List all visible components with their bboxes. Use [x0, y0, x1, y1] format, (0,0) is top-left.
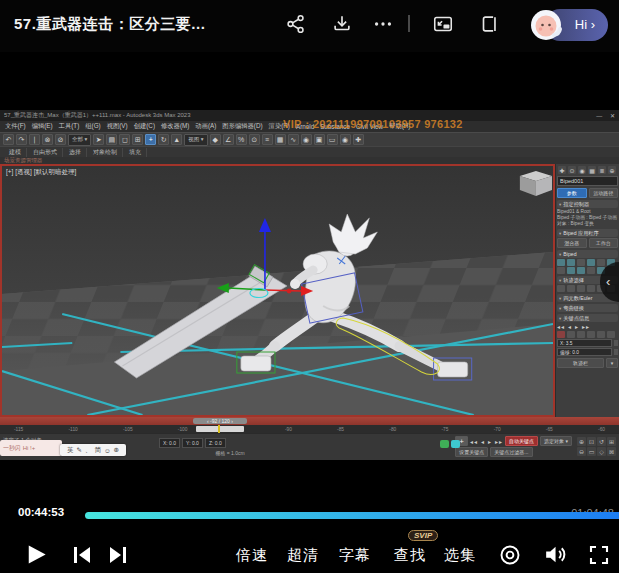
parameters-button[interactable]: 参数 — [557, 188, 587, 198]
toolbar-icon[interactable]: ↷ — [16, 134, 27, 145]
toolbar-icon[interactable]: ◉ — [301, 134, 312, 145]
toolbar-icon[interactable]: ▣ — [314, 134, 325, 145]
ime-icon[interactable]: 简 — [94, 446, 101, 455]
toolbar-icon[interactable]: ◻ — [119, 134, 130, 145]
download-icon[interactable] — [331, 13, 353, 35]
panel-tab-icon[interactable]: ▦ — [588, 166, 596, 174]
volume-icon[interactable] — [542, 542, 567, 571]
ribbon-tab[interactable]: 自由形式 — [28, 148, 63, 157]
max-menu-item[interactable]: 图形编辑器(D) — [222, 122, 262, 131]
fullscreen-icon[interactable] — [587, 543, 611, 571]
ime-icon[interactable]: 英 — [67, 446, 74, 455]
ribbon-tab[interactable]: 建模 — [4, 148, 27, 157]
toolbar-icon[interactable]: ⊞ — [132, 134, 143, 145]
toolbar-icon[interactable]: ◉ — [340, 134, 351, 145]
key-tool-icons[interactable] — [557, 331, 618, 338]
max-menu-item[interactable]: 工具(T) — [59, 122, 80, 131]
time-slider-bar[interactable]: ‹ -92 / 120 › — [0, 417, 619, 425]
auto-key-button[interactable]: 自动关键点 — [505, 436, 538, 446]
nav-icon[interactable]: ◇ — [597, 447, 606, 456]
quality-button[interactable]: 超清 — [287, 546, 319, 565]
panel-tab-icon[interactable]: ≣ — [598, 166, 606, 174]
ribbon-tab[interactable]: 对象绘制 — [88, 148, 123, 157]
motion-path-button[interactable]: 运动路径 — [589, 188, 619, 198]
toolbar-icon[interactable]: ≡ — [262, 134, 273, 145]
nav-icon[interactable]: ⊖ — [577, 447, 586, 456]
toolbar-icon[interactable]: + — [145, 134, 156, 145]
key-nav-arrow[interactable]: ▸ — [575, 323, 579, 330]
panel-tab-icon[interactable]: ⊕ — [608, 166, 616, 174]
playback-button[interactable]: ▸▸ — [495, 438, 503, 445]
record-icon[interactable] — [498, 543, 522, 571]
next-episode-button[interactable] — [106, 543, 130, 571]
playback-speed-button[interactable]: 倍速 — [236, 546, 268, 565]
toolbar-icon[interactable]: ⊘ — [55, 134, 66, 145]
max-menu-item[interactable]: 文件(F) — [5, 122, 26, 131]
rollout-biped-apps[interactable]: Biped 应用程序 — [557, 229, 618, 237]
key-info-field[interactable]: 偏移: 0.0 — [557, 348, 618, 356]
toolbar-icon[interactable]: ∿ — [288, 134, 299, 145]
play-button[interactable] — [22, 541, 49, 572]
toolbar-icon[interactable]: ➤ — [93, 134, 104, 145]
rollout-key-info[interactable]: 关键点信息 — [557, 314, 618, 322]
rollout-bend-links[interactable]: 弯曲链接 — [557, 304, 618, 312]
biped-app-button[interactable]: 工作台 — [589, 238, 619, 248]
playback-button[interactable]: ▸ — [488, 438, 492, 445]
panel-tab-icon[interactable]: ✚ — [558, 166, 566, 174]
minimize-icon[interactable]: — — [596, 113, 602, 119]
key-nav-arrow[interactable]: ▸▸ — [582, 323, 590, 330]
nav-icon[interactable]: ⊞ — [607, 437, 616, 446]
selection-set-dropdown[interactable]: 选定对象 ▾ — [540, 436, 572, 446]
key-filters-button[interactable]: 关键点过滤器... — [490, 447, 532, 457]
panel-tab-icon[interactable]: ◉ — [578, 166, 586, 174]
max-menu-item[interactable]: 编辑(E) — [32, 122, 53, 131]
coordinate-field[interactable]: Z: 0.0 — [205, 438, 226, 448]
account-avatar-pill[interactable]: Hi › — [528, 7, 608, 43]
progress-bar[interactable] — [85, 512, 619, 519]
toolbar-icon[interactable]: ◆ — [210, 134, 221, 145]
toolbar-icon[interactable]: ▦ — [275, 134, 286, 145]
object-name-field[interactable]: Biped001 — [557, 176, 618, 186]
nav-icon[interactable]: ⊠ — [607, 447, 616, 456]
rollout-biped[interactable]: Biped — [557, 250, 618, 258]
toolbar-icon[interactable]: ▲ — [171, 134, 182, 145]
biped-app-button[interactable]: 混合器 — [557, 238, 587, 248]
ribbon-tab[interactable]: 填充 — [124, 148, 147, 157]
nav-icon[interactable]: ▭ — [587, 447, 596, 456]
set-key-button[interactable]: 设置关键点 — [455, 447, 488, 457]
key-dropdown[interactable]: ▾ — [606, 358, 618, 368]
key-info-field[interactable]: X: 3.5 — [557, 339, 618, 347]
playback-button[interactable]: ◂ — [481, 438, 485, 445]
toolbar-icon[interactable]: ∠ — [223, 134, 234, 145]
max-menu-item[interactable]: 创建(C) — [134, 122, 155, 131]
toolbar-icon[interactable]: ⊙ — [249, 134, 260, 145]
panel-tab-icon[interactable]: ⊙ — [568, 166, 576, 174]
selection-filter-dropdown[interactable]: 全部 ▾ — [68, 134, 91, 146]
max-menu-item[interactable]: 动画(A) — [195, 122, 216, 131]
coordinate-field[interactable]: Y: 0.0 — [182, 438, 203, 448]
nav-icon[interactable]: ⊡ — [587, 437, 596, 446]
previous-episode-button[interactable] — [70, 543, 94, 571]
toolbar-icon[interactable]: ✚ — [353, 134, 364, 145]
find-button[interactable]: 查找 — [394, 546, 426, 565]
trackbar-button[interactable]: 轨迹栏 — [557, 358, 604, 368]
rollout-assign-controller[interactable]: 指定控制器 — [557, 200, 618, 208]
key-nav-arrow[interactable]: ◂ — [568, 323, 572, 330]
share-icon[interactable] — [285, 13, 307, 35]
toolbar-icon[interactable]: ▤ — [106, 134, 117, 145]
ime-icon[interactable]: 、 — [85, 446, 92, 455]
toolbar-icon[interactable]: ↶ — [3, 134, 14, 145]
toolbar-icon[interactable]: ▭ — [327, 134, 338, 145]
ribbon-tab[interactable]: 选择 — [64, 148, 87, 157]
ime-icon[interactable]: ✎ — [76, 446, 81, 454]
max-menu-item[interactable]: 修改器(M) — [161, 122, 189, 131]
coordinate-field[interactable]: X: 0.0 — [159, 438, 180, 448]
toolbar-icon[interactable]: ∣ — [29, 134, 40, 145]
reference-coordsys-dropdown[interactable]: 视图 ▾ — [184, 134, 207, 146]
max-menu-item[interactable]: 组(G) — [85, 122, 100, 131]
viewport-label[interactable]: [+] [透视] [默认明暗处理] — [6, 168, 76, 177]
episodes-button[interactable]: 选集 — [444, 546, 476, 565]
playback-button[interactable]: ◂◂ — [470, 438, 478, 445]
track-bar-ruler[interactable]: -115-110-105-100-95-90-85-80-75-70-65-60 — [0, 425, 619, 433]
key-nav-arrow[interactable]: ◂◂ — [557, 323, 565, 330]
